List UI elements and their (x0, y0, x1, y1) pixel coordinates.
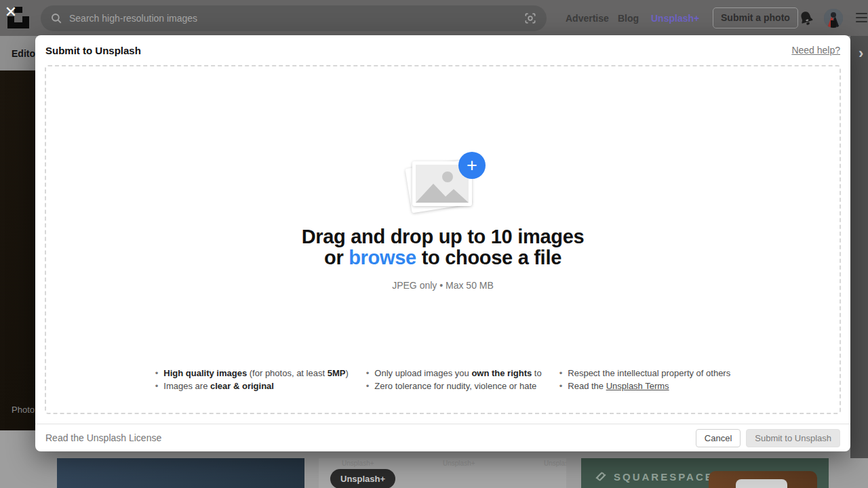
cancel-button[interactable]: Cancel (696, 429, 741, 447)
file-constraints-label: JPEG only • Max 50 MB (392, 280, 494, 291)
feed-unsplash-plus-card[interactable]: Unsplash+ Unsplash+ Unsplash+ Unsplash+ (319, 458, 566, 488)
unsplash-terms-link[interactable]: Unsplash Terms (606, 381, 669, 391)
visual-search-icon[interactable] (524, 12, 537, 25)
squarespace-logo-icon (593, 469, 608, 484)
submit-to-unsplash-button[interactable]: Submit to Unsplash (746, 429, 840, 447)
submit-to-unsplash-modal: Submit to Unsplash Need help? + Drag and… (35, 35, 850, 451)
squarespace-logo-text: SQUARESPACE (614, 471, 714, 483)
user-avatar[interactable] (824, 9, 843, 28)
nav-blog-link[interactable]: Blog (618, 13, 639, 24)
watermark-label: Unsplash+ (443, 460, 475, 467)
phone-mockup (736, 479, 787, 488)
menu-hamburger-icon[interactable] (856, 13, 867, 22)
search-icon (50, 12, 62, 24)
search-bar[interactable]: Search high-resolution images (41, 5, 547, 31)
need-help-link[interactable]: Need help? (791, 45, 840, 56)
unsplash-plus-badge[interactable]: Unsplash+ (330, 469, 395, 488)
chevron-right-icon[interactable]: › (859, 45, 863, 62)
watermark-label: Unsplash+ (544, 460, 566, 467)
close-icon[interactable]: ✕ (3, 5, 18, 20)
nav-advertise-link[interactable]: Advertise (566, 13, 609, 24)
notifications-bell-icon[interactable] (796, 8, 816, 28)
squarespace-ad-card[interactable]: SQUARESPACE (581, 458, 829, 488)
search-input[interactable]: Search high-resolution images (69, 13, 524, 24)
upload-dropzone[interactable]: + Drag and drop up to 10 images or brows… (45, 65, 841, 414)
unsplash-license-link[interactable]: Read the Unsplash License (45, 432, 696, 443)
right-edge-panel (850, 36, 868, 458)
modal-header: Submit to Unsplash Need help? (35, 35, 850, 65)
headline-line2: or browse to choose a file (302, 247, 585, 268)
headline-line1: Drag and drop up to 10 images (302, 226, 585, 247)
top-navbar: Search high-resolution images Advertise … (0, 0, 868, 36)
feed-photo-card[interactable] (57, 458, 304, 488)
modal-footer: Read the Unsplash License Cancel Submit … (35, 424, 850, 451)
image-stack-icon: + (399, 155, 487, 217)
photo-credit-label: Photo (12, 405, 35, 415)
dropzone-headline: Drag and drop up to 10 images or browse … (302, 226, 585, 268)
submission-guidelines: •High quality images (for photos, at lea… (155, 367, 730, 392)
nav-unsplash-plus-link[interactable]: Unsplash+ (651, 13, 699, 24)
guidelines-column-quality: •High quality images (for photos, at lea… (155, 367, 349, 392)
watermark-label: Unsplash+ (342, 460, 374, 467)
submit-a-photo-button[interactable]: Submit a photo (713, 7, 798, 28)
browse-link[interactable]: browse (349, 247, 416, 268)
add-images-plus-button[interactable]: + (458, 152, 486, 179)
modal-title: Submit to Unsplash (45, 45, 791, 56)
guidelines-column-respect: •Respect the intellectual property of ot… (559, 367, 730, 392)
guidelines-column-rights: •Only upload images you own the rights t… (366, 367, 542, 392)
squarespace-ad-image (709, 471, 817, 488)
